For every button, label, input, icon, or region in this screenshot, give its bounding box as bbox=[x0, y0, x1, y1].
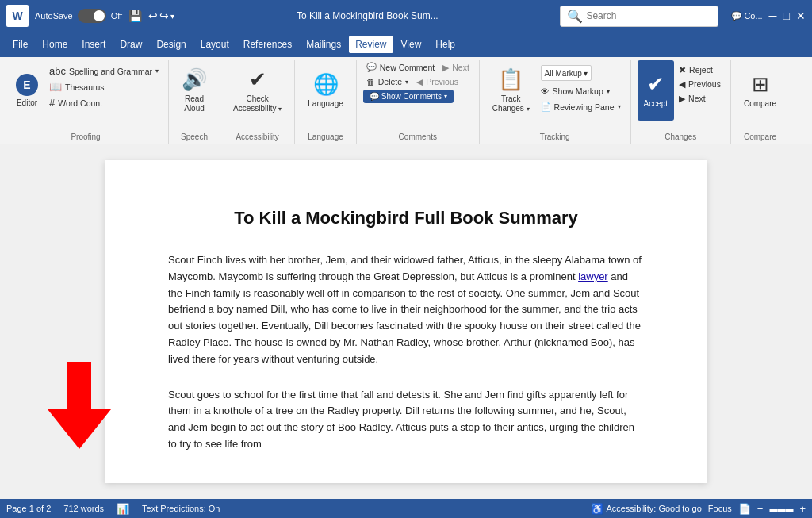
all-markup-selector[interactable]: All Markup ▾ bbox=[541, 65, 592, 81]
show-comments-icon: 💬 bbox=[370, 92, 379, 101]
document-area: To Kill a Mockingbird Full Book Summary … bbox=[0, 144, 812, 499]
language-button[interactable]: 🌐 Language bbox=[301, 60, 350, 121]
zoom-in-icon[interactable]: + bbox=[799, 503, 806, 515]
maximize-button[interactable]: □ bbox=[783, 10, 790, 22]
menu-file[interactable]: File bbox=[6, 36, 34, 53]
status-right: ♿ Accessibility: Good to go Focus 📄 − ▬▬… bbox=[591, 503, 806, 515]
prev-change-button[interactable]: ◀ Previous bbox=[676, 78, 724, 90]
reject-label: Reject bbox=[689, 65, 713, 75]
ribbon-group-compare: ⊞ Compare Compare bbox=[731, 60, 789, 144]
more-commands-button[interactable]: ▾ bbox=[170, 12, 174, 21]
accessibility-status[interactable]: ♿ Accessibility: Good to go bbox=[591, 503, 701, 515]
language-group-label: Language bbox=[301, 130, 350, 144]
reviewing-pane-icon: 📄 bbox=[541, 102, 551, 112]
ribbon: E Editor abc Spelling and Grammar ▾ 📖 Th… bbox=[0, 57, 812, 144]
new-comment-button[interactable]: 💬 New Comment bbox=[363, 60, 438, 74]
accessibility-group-label: Accessibility bbox=[227, 130, 288, 144]
menu-home[interactable]: Home bbox=[36, 36, 74, 53]
lawyer-link[interactable]: lawyer bbox=[578, 271, 608, 282]
app-logo: W bbox=[6, 5, 29, 27]
document-scroll[interactable]: To Kill a Mockingbird Full Book Summary … bbox=[0, 144, 812, 499]
changes-group-label: Changes bbox=[638, 130, 724, 144]
search-box[interactable]: 🔍 bbox=[560, 6, 718, 27]
compare-button[interactable]: ⊞ Compare bbox=[737, 60, 783, 121]
proofing-small-btns: abc Spelling and Grammar ▾ 📖 Thesaurus #… bbox=[46, 60, 162, 110]
compare-group-label: Compare bbox=[737, 130, 783, 144]
next-change-button[interactable]: ▶ Next bbox=[676, 92, 724, 105]
reject-icon: ✖ bbox=[679, 65, 686, 75]
comments-toolbar-btn[interactable]: 💬Co... bbox=[731, 11, 762, 21]
menu-layout[interactable]: Layout bbox=[194, 36, 236, 53]
next-change-icon: ▶ bbox=[679, 94, 685, 103]
word-count-button[interactable]: # Word Count bbox=[46, 95, 162, 110]
editor-label: Editor bbox=[17, 98, 37, 108]
view-mode-icon[interactable]: 📄 bbox=[738, 503, 751, 515]
reviewing-pane-button[interactable]: 📄 Reviewing Pane ▾ bbox=[538, 100, 624, 113]
track-changes-button[interactable]: 📋 TrackChanges ▾ bbox=[486, 60, 536, 121]
menu-insert[interactable]: Insert bbox=[75, 36, 112, 53]
previous-comment-icon: ◀ bbox=[416, 77, 423, 86]
delete-comment-button[interactable]: 🗑 Delete ▾ bbox=[363, 75, 412, 88]
editor-icon: E bbox=[16, 74, 38, 96]
menu-bar: File Home Insert Draw Design Layout Refe… bbox=[0, 32, 812, 57]
next-change-label: Next bbox=[688, 94, 706, 103]
text-predictions-status[interactable]: Text Predictions: On bbox=[142, 504, 220, 513]
ribbon-group-tracking: 📋 TrackChanges ▾ All Markup ▾ 👁 Show Mar… bbox=[480, 60, 631, 144]
delete-comment-label: Delete bbox=[378, 77, 402, 86]
language-icon: 🌐 bbox=[313, 72, 339, 97]
ribbon-group-proofing: E Editor abc Spelling and Grammar ▾ 📖 Th… bbox=[3, 60, 169, 144]
next-comment-button[interactable]: ▶ Next bbox=[439, 61, 473, 74]
track-changes-icon: 📋 bbox=[498, 67, 523, 92]
comments-mid-row: 🗑 Delete ▾ ◀ Previous bbox=[363, 75, 462, 88]
all-markup-dropdown[interactable]: All Markup ▾ bbox=[538, 63, 624, 82]
menu-review[interactable]: Review bbox=[349, 36, 393, 53]
autosave-toggle[interactable] bbox=[78, 9, 106, 23]
show-markup-button[interactable]: 👁 Show Markup ▾ bbox=[538, 85, 624, 98]
show-comments-button[interactable]: 💬 Show Comments ▾ bbox=[363, 90, 454, 103]
reject-button[interactable]: ✖ Reject bbox=[676, 63, 724, 76]
undo-button[interactable]: ↩ bbox=[148, 10, 158, 22]
menu-design[interactable]: Design bbox=[150, 36, 192, 53]
document-page: To Kill a Mockingbird Full Book Summary … bbox=[105, 160, 707, 483]
proofing-group-label: Proofing bbox=[10, 130, 162, 144]
paragraph-2: Scout goes to school for the first time … bbox=[168, 387, 644, 453]
new-comment-icon: 💬 bbox=[366, 62, 377, 72]
focus-button[interactable]: Focus bbox=[708, 504, 732, 513]
minimize-button[interactable]: ─ bbox=[769, 10, 777, 22]
search-icon: 🔍 bbox=[567, 9, 583, 24]
zoom-out-icon[interactable]: − bbox=[757, 503, 764, 515]
menu-help[interactable]: Help bbox=[429, 36, 462, 53]
thesaurus-button[interactable]: 📖 Thesaurus bbox=[46, 79, 162, 94]
save-icon[interactable]: 💾 bbox=[128, 10, 142, 22]
menu-references[interactable]: References bbox=[237, 36, 298, 53]
ribbon-group-language: 🌐 Language Language bbox=[295, 60, 357, 144]
next-comment-icon: ▶ bbox=[442, 63, 449, 72]
accept-button[interactable]: ✔ Accept bbox=[638, 60, 675, 121]
menu-view[interactable]: View bbox=[395, 36, 428, 53]
editor-button[interactable]: E Editor bbox=[10, 60, 44, 121]
read-aloud-button[interactable]: 🔊 ReadAloud bbox=[175, 60, 213, 121]
read-aloud-icon: 🔊 bbox=[182, 67, 207, 92]
menu-draw[interactable]: Draw bbox=[113, 36, 148, 53]
redo-button[interactable]: ↪ bbox=[159, 10, 169, 22]
paragraph-1: Scout Finch lives with her brother, Jem,… bbox=[168, 252, 644, 368]
check-accessibility-button[interactable]: ✔ CheckAccessibility ▾ bbox=[227, 60, 288, 121]
accessibility-icon: ✔ bbox=[249, 67, 266, 92]
word-count-status[interactable]: 712 words bbox=[63, 504, 104, 513]
show-markup-label: Show Markup bbox=[553, 86, 603, 96]
search-input[interactable] bbox=[586, 10, 711, 21]
changes-small-btns: ✖ Reject ◀ Previous ▶ Next bbox=[676, 60, 724, 105]
spelling-button[interactable]: abc Spelling and Grammar ▾ bbox=[46, 63, 162, 79]
previous-comment-button[interactable]: ◀ Previous bbox=[413, 75, 462, 88]
title-bar: W AutoSave Off 💾 ↩ ↪ ▾ To Kill a Mocking… bbox=[0, 0, 812, 32]
show-markup-icon: 👁 bbox=[541, 86, 550, 96]
close-button[interactable]: ✕ bbox=[796, 10, 806, 22]
document-title: To Kill a Mockingbird Book Sum... bbox=[181, 10, 553, 21]
doc-stats-icon: 📊 bbox=[117, 503, 129, 515]
new-comment-label: New Comment bbox=[380, 63, 435, 72]
zoom-slider[interactable]: ▬▬▬ bbox=[769, 505, 793, 513]
comments-top-row: 💬 New Comment ▶ Next bbox=[363, 60, 473, 74]
compare-label: Compare bbox=[744, 99, 776, 109]
menu-mailings[interactable]: Mailings bbox=[300, 36, 347, 53]
language-label: Language bbox=[308, 99, 343, 109]
